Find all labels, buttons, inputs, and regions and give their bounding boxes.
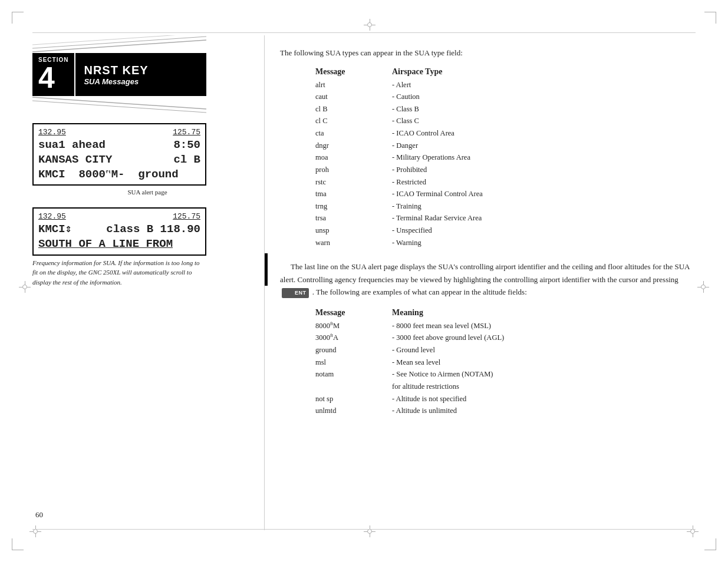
sua-type: - Warning [392, 237, 421, 249]
sua-msg: rstc [315, 176, 392, 189]
alt-meaning: - See Notice to Airmen (NOTAM) for altit… [392, 368, 493, 392]
corner-mark-br [704, 538, 716, 550]
sua-type: - Alert [392, 79, 411, 91]
alt-meaning: - Altitude is not specified [392, 393, 466, 405]
alt-table-row: notam - See Notice to Airmen (NOTAM) for… [315, 368, 693, 392]
sua-table-row: warn - Warning [315, 237, 693, 249]
page-number: 60 [35, 510, 43, 520]
svg-line-1 [32, 37, 206, 48]
alt-msg: 8000ftM [315, 320, 392, 332]
lcd-display-1: 132.95 125.75 sua1 ahead 8:50 KANSAS CIT… [32, 123, 206, 186]
corner-mark-tl [12, 12, 24, 24]
lcd2-freq-right: 125.75 [173, 211, 200, 222]
corner-mark-tr [704, 12, 716, 24]
sua-type: - Prohibited [392, 164, 427, 176]
sua-table-row: dngr - Danger [315, 140, 693, 152]
sua-msg: trng [315, 200, 392, 213]
alt-table-body: 8000ftM - 8000 feet mean sea level (MSL)… [315, 320, 693, 417]
lcd1-freq-left: 132.95 [38, 127, 66, 138]
lcd2-caption: Frequency information for SUA. If the in… [32, 258, 203, 287]
sua-table-row: proh - Prohibited [315, 164, 693, 176]
alt-table-row: 8000ftM - 8000 feet mean sea level (MSL) [315, 320, 693, 332]
sua-table-row: caut - Caution [315, 91, 693, 103]
vertical-bar [265, 253, 268, 286]
sua-msg: proh [315, 164, 392, 176]
svg-line-3 [32, 97, 206, 109]
sua-msg: moa [315, 151, 392, 164]
lcd2-freq-left: 132.95 [38, 211, 66, 222]
lcd2-kmci: KMCI⇕ [38, 222, 72, 237]
h-rule-bottom [32, 529, 696, 530]
alt-meaning: - Ground level [392, 344, 435, 356]
sua-msg: warn [315, 237, 392, 249]
sua-msg: dngr [315, 140, 392, 152]
sua-msg: caut [315, 91, 392, 103]
sua-msg: alrt [315, 79, 392, 91]
sua-col1-header: Message [315, 67, 392, 77]
crosshair-right-mid [697, 281, 709, 293]
lcd2-class: class B 118.90 [106, 222, 200, 237]
lcd1-row2: sua1 ahead 8:50 [38, 138, 200, 153]
sua-msg: cl B [315, 103, 392, 115]
lcd2-south: SOUTH OF A LINE FROM [38, 237, 173, 250]
ent-button: ENT [282, 288, 309, 298]
lcd1-freq-right: 125.75 [173, 127, 200, 138]
sua-table-header: Message Airspace Type [315, 67, 693, 77]
h-rule-top [32, 32, 696, 33]
svg-line-0 [32, 40, 206, 52]
sua-type: - Training [392, 200, 421, 213]
section-number-label: 4 [38, 63, 55, 92]
lcd1-class: cl B [173, 153, 200, 167]
sua-table-row: moa - Military Operations Area [315, 151, 693, 164]
alt-msg: not sp [315, 393, 392, 405]
sua-table-row: rstc - Restricted [315, 176, 693, 189]
right-column: The following SUA types can appear in th… [280, 47, 699, 429]
sua-type: - Class C [392, 115, 419, 127]
lcd1-caption: SUA alert page [32, 189, 262, 196]
alt-meaning: - 3000 feet above ground level (AGL) [392, 332, 504, 344]
sua-type: - ICAO Control Area [392, 127, 454, 140]
sua-type: - Danger [392, 140, 418, 152]
alt-col2-header: Meaning [392, 308, 423, 318]
alt-msg: 3000ftA [315, 332, 392, 344]
sua-table-row: cl C - Class C [315, 115, 693, 127]
section-title-main: NRST KEY [84, 64, 198, 77]
alt-msg: ground [315, 344, 392, 356]
sua-msg: trsa [315, 212, 392, 224]
section-deco-top [32, 35, 206, 53]
lcd-display-2: 132.95 125.75 KMCI⇕ class B 118.90 SOUTH… [32, 207, 206, 256]
alt-table-row: unlmtd - Altitude is unlimited [315, 405, 693, 417]
sua-type: - Caution [392, 91, 420, 103]
crosshair-top [364, 19, 375, 31]
alt-meaning: - Mean sea level [392, 356, 440, 369]
lcd1-bottom: KMCI 8000ftM- ground [38, 168, 179, 181]
alt-table-row: ground - Ground level [315, 344, 693, 356]
left-column: SECTION 4 NRST KEY SUA Messages 132.95 1… [32, 35, 262, 287]
section-title-box: NRST KEY SUA Messages [74, 53, 206, 96]
sua-msg: cta [315, 127, 392, 140]
lcd1-row4: KMCI 8000ftM- ground [38, 167, 200, 182]
sua-table-row: trng - Training [315, 200, 693, 213]
alt-msg: notam [315, 368, 392, 381]
body-text-1: The last line on the SUA alert page disp… [280, 262, 690, 283]
sua-type: - ICAO Terminal Control Area [392, 188, 483, 200]
alt-msg: unlmtd [315, 405, 392, 417]
svg-line-2 [32, 35, 206, 45]
alt-table-row: 3000ftA - 3000 feet above ground level (… [315, 332, 693, 344]
alt-meaning: - Altitude is unlimited [392, 405, 457, 417]
corner-mark-bl [12, 538, 24, 550]
sua-col2-header: Airspace Type [392, 67, 442, 77]
crosshair-left-mid [19, 281, 31, 293]
crosshair-bottom-right [687, 525, 699, 537]
section-header: SECTION 4 NRST KEY SUA Messages [32, 53, 206, 96]
alt-msg: msl [315, 356, 392, 369]
sua-table: Message Airspace Type alrt - Alert caut … [315, 67, 693, 249]
section-label-box: SECTION 4 [32, 53, 74, 96]
lcd1-main: sua1 ahead [38, 138, 106, 153]
sua-table-row: trsa - Terminal Radar Service Area [315, 212, 693, 224]
lcd1-row1: 132.95 125.75 [38, 127, 200, 138]
sua-table-row: alrt - Alert [315, 79, 693, 91]
sua-table-body: alrt - Alert caut - Caution cl B - Class… [315, 79, 693, 249]
sua-msg: cl C [315, 115, 392, 127]
alt-table: Message Meaning 8000ftM - 8000 feet mean… [315, 308, 693, 417]
